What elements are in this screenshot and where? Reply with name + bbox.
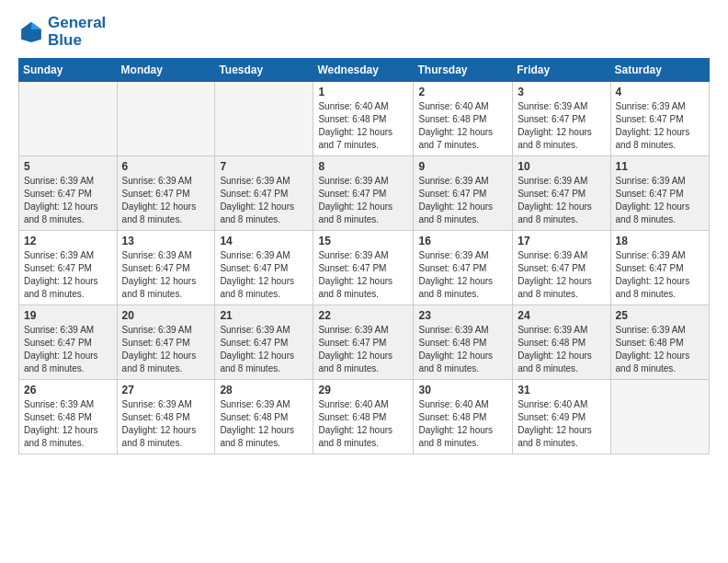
sunrise-text: Sunrise: 6:39 AM (616, 175, 704, 188)
sunrise-text: Sunrise: 6:39 AM (122, 398, 210, 411)
day-number: 19 (24, 309, 112, 322)
calendar-cell: 2Sunrise: 6:40 AMSunset: 6:48 PMDaylight… (414, 82, 513, 156)
daylight-hours-text: Daylight: 12 hours (518, 275, 605, 288)
cell-detail-text: and 8 minutes. (616, 139, 704, 152)
calendar-cell: 12Sunrise: 6:39 AMSunset: 6:47 PMDayligh… (19, 231, 118, 305)
sunset-text: Sunset: 6:47 PM (24, 188, 112, 201)
cell-detail-text: and 8 minutes. (318, 213, 408, 226)
day-number: 16 (418, 235, 507, 247)
sunrise-text: Sunrise: 6:39 AM (24, 398, 112, 411)
sunset-text: Sunset: 6:47 PM (24, 337, 112, 350)
day-number: 28 (220, 384, 308, 396)
daylight-hours-text: Daylight: 12 hours (220, 350, 308, 362)
cell-detail-text: and 7 minutes. (318, 139, 408, 152)
day-header-tuesday: Tuesday (215, 59, 313, 82)
day-number: 17 (518, 235, 605, 247)
sunset-text: Sunset: 6:47 PM (122, 337, 210, 350)
sunset-text: Sunset: 6:47 PM (318, 337, 408, 350)
cell-detail-text: and 8 minutes. (24, 362, 112, 375)
cell-detail-text: and 8 minutes. (518, 213, 605, 226)
sunrise-text: Sunrise: 6:39 AM (518, 175, 605, 188)
cell-detail-text: and 8 minutes. (518, 288, 605, 301)
cell-detail-text: and 8 minutes. (220, 362, 308, 375)
calendar-cell: 27Sunrise: 6:39 AMSunset: 6:48 PMDayligh… (117, 380, 215, 454)
calendar-table: SundayMondayTuesdayWednesdayThursdayFrid… (18, 58, 710, 454)
sunset-text: Sunset: 6:48 PM (418, 411, 507, 424)
daylight-hours-text: Daylight: 12 hours (220, 275, 308, 288)
sunset-text: Sunset: 6:47 PM (122, 188, 210, 201)
day-number: 5 (24, 160, 112, 173)
calendar-cell: 29Sunrise: 6:40 AMSunset: 6:48 PMDayligh… (313, 380, 414, 454)
logo: General Blue (18, 15, 106, 49)
daylight-hours-text: Daylight: 12 hours (122, 201, 210, 213)
daylight-hours-text: Daylight: 12 hours (616, 201, 704, 213)
sunrise-text: Sunrise: 6:39 AM (220, 398, 308, 411)
calendar-cell: 22Sunrise: 6:39 AMSunset: 6:47 PMDayligh… (313, 305, 414, 380)
day-number: 1 (318, 86, 408, 98)
calendar-cell: 20Sunrise: 6:39 AMSunset: 6:47 PMDayligh… (117, 305, 215, 380)
cell-detail-text: and 8 minutes. (518, 139, 605, 152)
daylight-hours-text: Daylight: 12 hours (616, 350, 704, 362)
cell-detail-text: and 8 minutes. (318, 437, 408, 450)
sunset-text: Sunset: 6:47 PM (220, 188, 308, 201)
calendar-cell: 5Sunrise: 6:39 AMSunset: 6:47 PMDaylight… (19, 156, 118, 231)
logo-text: General Blue (48, 15, 106, 49)
sunrise-text: Sunrise: 6:40 AM (318, 398, 408, 411)
calendar-cell: 31Sunrise: 6:40 AMSunset: 6:49 PMDayligh… (513, 380, 610, 454)
calendar-cell: 11Sunrise: 6:39 AMSunset: 6:47 PMDayligh… (610, 156, 709, 231)
sunrise-text: Sunrise: 6:39 AM (122, 324, 210, 337)
calendar-week-row: 5Sunrise: 6:39 AMSunset: 6:47 PMDaylight… (19, 156, 710, 231)
sunrise-text: Sunrise: 6:39 AM (122, 175, 210, 188)
daylight-hours-text: Daylight: 12 hours (418, 126, 507, 139)
svg-marker-1 (31, 22, 41, 29)
cell-detail-text: and 7 minutes. (418, 139, 507, 152)
calendar-cell: 10Sunrise: 6:39 AMSunset: 6:47 PMDayligh… (513, 156, 610, 231)
cell-detail-text: and 8 minutes. (616, 288, 704, 301)
cell-detail-text: and 8 minutes. (616, 362, 704, 375)
day-header-monday: Monday (117, 59, 215, 82)
sunrise-text: Sunrise: 6:39 AM (616, 324, 704, 337)
sunrise-text: Sunrise: 6:39 AM (518, 324, 605, 337)
sunrise-text: Sunrise: 6:39 AM (318, 249, 408, 262)
day-number: 2 (418, 86, 507, 98)
calendar-cell: 7Sunrise: 6:39 AMSunset: 6:47 PMDaylight… (215, 156, 313, 231)
sunset-text: Sunset: 6:48 PM (220, 411, 308, 424)
calendar-cell: 6Sunrise: 6:39 AMSunset: 6:47 PMDaylight… (117, 156, 215, 231)
daylight-hours-text: Daylight: 12 hours (122, 424, 210, 437)
day-number: 3 (518, 86, 605, 98)
calendar-cell: 24Sunrise: 6:39 AMSunset: 6:48 PMDayligh… (513, 305, 610, 380)
sunset-text: Sunset: 6:47 PM (24, 262, 112, 275)
sunset-text: Sunset: 6:47 PM (518, 113, 605, 126)
daylight-hours-text: Daylight: 12 hours (318, 201, 408, 213)
sunrise-text: Sunrise: 6:39 AM (418, 175, 507, 188)
calendar-cell: 3Sunrise: 6:39 AMSunset: 6:47 PMDaylight… (513, 82, 610, 156)
cell-detail-text: and 8 minutes. (24, 288, 112, 301)
calendar-cell (215, 82, 313, 156)
cell-detail-text: and 8 minutes. (518, 437, 605, 450)
sunrise-text: Sunrise: 6:40 AM (318, 100, 408, 113)
calendar-cell: 18Sunrise: 6:39 AMSunset: 6:47 PMDayligh… (610, 231, 709, 305)
sunset-text: Sunset: 6:47 PM (616, 113, 704, 126)
calendar-cell: 9Sunrise: 6:39 AMSunset: 6:47 PMDaylight… (414, 156, 513, 231)
sunrise-text: Sunrise: 6:39 AM (220, 249, 308, 262)
day-header-thursday: Thursday (414, 59, 513, 82)
calendar-cell (19, 82, 118, 156)
sunrise-text: Sunrise: 6:39 AM (24, 175, 112, 188)
sunset-text: Sunset: 6:47 PM (220, 337, 308, 350)
svg-marker-2 (21, 22, 31, 29)
sunrise-text: Sunrise: 6:40 AM (418, 398, 507, 411)
sunset-text: Sunset: 6:48 PM (418, 337, 507, 350)
calendar-cell: 13Sunrise: 6:39 AMSunset: 6:47 PMDayligh… (117, 231, 215, 305)
daylight-hours-text: Daylight: 12 hours (24, 424, 112, 437)
day-number: 10 (518, 160, 605, 173)
sunrise-text: Sunrise: 6:39 AM (616, 100, 704, 113)
cell-detail-text: and 8 minutes. (24, 213, 112, 226)
calendar-cell: 4Sunrise: 6:39 AMSunset: 6:47 PMDaylight… (610, 82, 709, 156)
sunset-text: Sunset: 6:47 PM (616, 188, 704, 201)
day-header-saturday: Saturday (610, 59, 709, 82)
sunset-text: Sunset: 6:48 PM (518, 337, 605, 350)
cell-detail-text: and 8 minutes. (122, 437, 210, 450)
calendar-cell: 17Sunrise: 6:39 AMSunset: 6:47 PMDayligh… (513, 231, 610, 305)
cell-detail-text: and 8 minutes. (220, 437, 308, 450)
daylight-hours-text: Daylight: 12 hours (220, 201, 308, 213)
